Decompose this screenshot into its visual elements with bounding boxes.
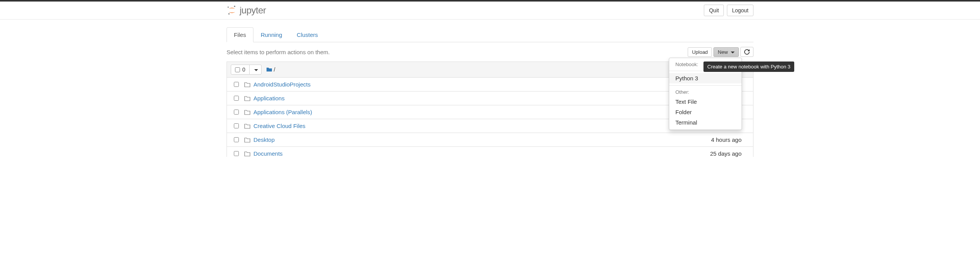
folder-outline-icon — [244, 96, 250, 101]
new-button-label: New — [718, 49, 728, 55]
row-checkbox[interactable] — [234, 123, 239, 128]
row-checkbox[interactable] — [234, 110, 239, 115]
breadcrumb-root: / — [274, 66, 275, 73]
select-count: 0 — [242, 66, 245, 73]
folder-outline-icon — [244, 110, 250, 115]
file-link[interactable]: Applications (Parallels) — [253, 109, 312, 115]
quit-button[interactable]: Quit — [704, 5, 724, 16]
caret-down-icon — [731, 52, 735, 53]
dropdown-item-folder[interactable]: Folder — [669, 107, 742, 117]
file-time: 4 hours ago — [711, 136, 749, 143]
breadcrumb[interactable]: / — [266, 66, 275, 73]
select-all-checkbox[interactable] — [235, 67, 240, 72]
tab-clusters[interactable]: Clusters — [290, 27, 325, 42]
folder-outline-icon — [244, 82, 250, 87]
list-item: Documents 25 days ago — [227, 147, 753, 157]
file-link[interactable]: Documents — [253, 150, 283, 157]
logo[interactable]: jupyter — [227, 5, 266, 16]
row-checkbox[interactable] — [234, 151, 239, 156]
header: jupyter Quit Logout — [0, 2, 980, 20]
list-item: Desktop 4 hours ago — [227, 133, 753, 147]
logo-text: jupyter — [240, 5, 266, 16]
divider — [669, 85, 742, 86]
select-all-group: 0 — [231, 65, 262, 75]
caret-down-icon — [254, 69, 258, 71]
folder-outline-icon — [244, 123, 250, 129]
tab-files[interactable]: Files — [227, 27, 253, 42]
file-link[interactable]: Applications — [253, 95, 285, 101]
file-time: 25 days ago — [710, 150, 749, 157]
row-checkbox[interactable] — [234, 96, 239, 101]
logout-button[interactable]: Logout — [727, 5, 753, 16]
row-checkbox[interactable] — [234, 82, 239, 87]
dropdown-item-textfile[interactable]: Text File — [669, 96, 742, 107]
folder-outline-icon — [244, 151, 250, 156]
folder-outline-icon — [244, 137, 250, 143]
dropdown-item-terminal[interactable]: Terminal — [669, 117, 742, 128]
action-hint: Select items to perform actions on them. — [227, 49, 330, 55]
file-link[interactable]: AndroidStudioProjects — [253, 81, 310, 88]
svg-point-0 — [234, 6, 235, 7]
svg-point-1 — [228, 13, 230, 15]
refresh-icon — [744, 49, 750, 55]
file-link[interactable]: Desktop — [253, 136, 275, 143]
jupyter-icon — [227, 5, 237, 16]
upload-button[interactable]: Upload — [688, 47, 712, 57]
dropdown-item-python3[interactable]: Python 3 — [669, 73, 742, 83]
tab-running[interactable]: Running — [253, 27, 290, 42]
select-dropdown[interactable] — [249, 65, 261, 74]
file-link[interactable]: Creative Cloud Files — [253, 123, 305, 129]
refresh-button[interactable] — [740, 47, 753, 57]
svg-point-2 — [228, 7, 229, 8]
tabs: Files Running Clusters — [227, 27, 753, 42]
folder-icon — [266, 66, 272, 73]
row-checkbox[interactable] — [234, 137, 239, 142]
dropdown-header-other: Other: — [669, 88, 742, 96]
tooltip: Create a new notebook with Python 3 — [703, 62, 794, 72]
new-button[interactable]: New — [713, 47, 739, 57]
